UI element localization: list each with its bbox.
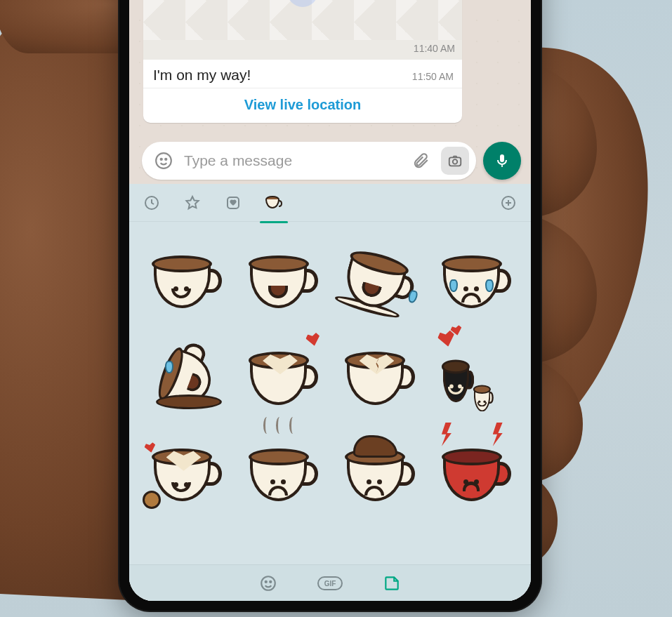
sticker-cup-red-angry[interactable] [429,426,522,519]
sticker-cup-smile[interactable] [139,233,232,326]
svg-point-1 [161,159,162,160]
sticker-cup-heart-cookie[interactable] [139,426,232,519]
sticker-cup-sad-steam[interactable] [236,426,329,519]
svg-point-10 [261,576,275,590]
view-live-location-link[interactable]: View live location [143,88,462,123]
svg-rect-3 [449,157,461,166]
cuppy-pack-tab[interactable] [261,190,286,215]
cuppy-pack-icon [264,195,284,211]
location-map-thumbnail[interactable] [143,0,462,40]
voice-record-button[interactable] [483,142,521,180]
sticker-panel: GIF [129,184,531,601]
phone-frame: 11:40 AM I'm on my way! 11:50 AM View li… [119,0,541,611]
sticker-tab[interactable] [378,571,406,595]
sticker-cup-splash-dizzy[interactable] [332,426,425,519]
sticker-cup-rofl[interactable] [332,233,425,326]
svg-point-0 [156,153,171,168]
emoji-tab[interactable] [254,571,282,595]
phone-screen: 11:40 AM I'm on my way! 11:50 AM View li… [129,0,531,601]
cookie-icon [143,491,161,509]
svg-rect-5 [501,165,503,167]
attachment-icon[interactable] [409,149,433,173]
svg-point-2 [165,159,166,160]
location-timestamp: 11:40 AM [143,40,462,60]
svg-point-12 [270,580,271,582]
message-input-placeholder[interactable]: Type a message [184,152,400,169]
svg-point-4 [453,159,457,164]
sticker-cup-latte-broken-heart[interactable] [332,330,425,423]
message-input-row: Type a message [129,136,531,187]
spill-puddle [156,394,223,409]
favorites-pack-tab[interactable] [180,190,205,215]
svg-point-11 [265,580,267,582]
location-message-bubble[interactable]: 11:40 AM I'm on my way! 11:50 AM View li… [143,0,462,123]
camera-icon[interactable] [441,147,469,175]
sticker-cup-sob-spill[interactable] [139,330,232,423]
sticker-pack-tabs [129,184,531,222]
recent-pack-tab[interactable] [139,190,164,215]
love-pack-tab[interactable] [220,190,246,215]
sticker-cup-laugh[interactable] [236,233,329,326]
sticker-cup-couple-heart[interactable] [429,330,522,423]
add-pack-button[interactable] [496,190,521,215]
message-timestamp: 11:50 AM [412,71,454,82]
svg-text:GIF: GIF [324,580,336,588]
sticker-cup-latte-heart[interactable] [236,330,329,423]
message-input-pill[interactable]: Type a message [142,142,476,180]
chat-area: 11:40 AM I'm on my way! 11:50 AM View li… [129,0,531,133]
sticker-cup-cry[interactable] [429,233,522,326]
sticker-grid [129,222,531,601]
sticker-type-tabs: GIF [129,564,531,601]
message-text: I'm on my way! [153,67,251,84]
emoji-icon[interactable] [152,149,176,173]
gif-tab[interactable]: GIF [316,571,344,595]
